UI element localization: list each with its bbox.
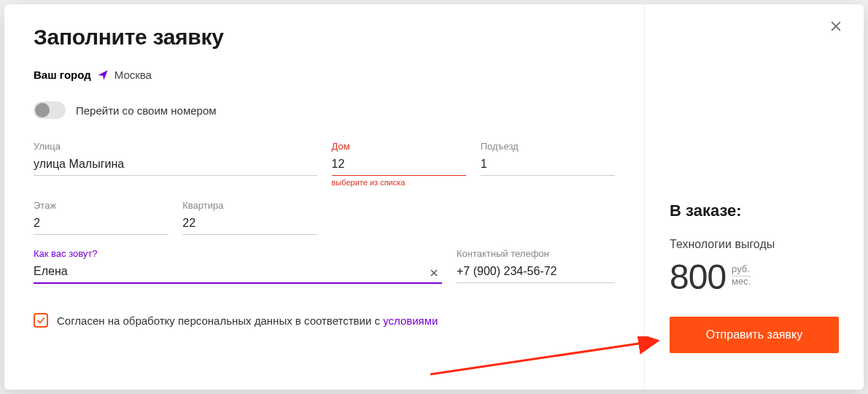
house-input[interactable] <box>332 155 466 176</box>
price-unit: руб. мес. <box>732 264 751 287</box>
clear-name-icon[interactable] <box>427 266 441 279</box>
consent-text-part: Согласен на обработку персональных данны… <box>57 314 383 327</box>
toggle-knob <box>35 103 50 117</box>
order-heading: В заказе: <box>670 201 839 220</box>
name-input[interactable] <box>34 262 442 284</box>
name-label: Как вас зовут? <box>34 248 442 259</box>
apartment-label: Квартира <box>182 200 317 211</box>
city-label: Ваш город <box>34 69 91 81</box>
form-title: Заполните заявку <box>34 25 615 50</box>
phone-label: Контактный телефон <box>457 248 615 259</box>
location-arrow-icon <box>97 69 109 81</box>
apartment-input[interactable] <box>182 214 317 235</box>
order-summary: В заказе: Технологии выгоды 800 руб. мес… <box>645 4 864 390</box>
house-field: Дом выберите из списка <box>332 141 466 187</box>
city-name[interactable]: Москва <box>115 69 152 81</box>
street-field: Улица <box>34 141 317 187</box>
keep-number-toggle-row: Перейти со своим номером <box>34 101 615 119</box>
form-main: Заполните заявку Ваш город Москва Перейт… <box>4 4 645 390</box>
order-form-modal: Заполните заявку Ваш город Москва Перейт… <box>4 4 864 390</box>
floor-label: Этаж <box>34 200 168 211</box>
submit-button[interactable]: Отправить заявку <box>670 317 839 353</box>
consent-text: Согласен на обработку персональных данны… <box>57 314 438 327</box>
floor-input[interactable] <box>34 214 168 235</box>
keep-number-label: Перейти со своим номером <box>76 104 217 117</box>
contact-row: Как вас зовут? Контактный телефон <box>34 248 615 284</box>
consent-row: Согласен на обработку персональных данны… <box>34 313 615 328</box>
house-helper: выберите из списка <box>332 178 466 187</box>
apartment-field: Квартира <box>182 200 317 235</box>
phone-input[interactable] <box>457 262 615 283</box>
name-field: Как вас зовут? <box>34 248 442 284</box>
price-row: 800 руб. мес. <box>670 260 839 295</box>
price-period: мес. <box>732 277 751 287</box>
city-row: Ваш город Москва <box>34 69 615 81</box>
keep-number-toggle[interactable] <box>34 101 66 119</box>
house-label: Дом <box>332 141 466 152</box>
spacer <box>332 200 616 235</box>
floor-field: Этаж <box>34 200 168 235</box>
consent-link[interactable]: условиями <box>383 314 438 327</box>
entrance-input[interactable] <box>481 155 615 176</box>
phone-field: Контактный телефон <box>457 248 615 284</box>
price-currency: руб. <box>732 264 751 277</box>
street-input[interactable] <box>34 155 317 176</box>
price-value: 800 <box>670 260 726 295</box>
entrance-field: Подъезд <box>481 141 615 187</box>
plan-name: Технологии выгоды <box>670 238 839 251</box>
close-button[interactable] <box>826 16 846 36</box>
address-fields: Улица Дом выберите из списка Подъезд Эта… <box>34 141 615 235</box>
street-label: Улица <box>34 141 317 152</box>
consent-checkbox[interactable] <box>34 313 48 328</box>
entrance-label: Подъезд <box>481 141 615 152</box>
